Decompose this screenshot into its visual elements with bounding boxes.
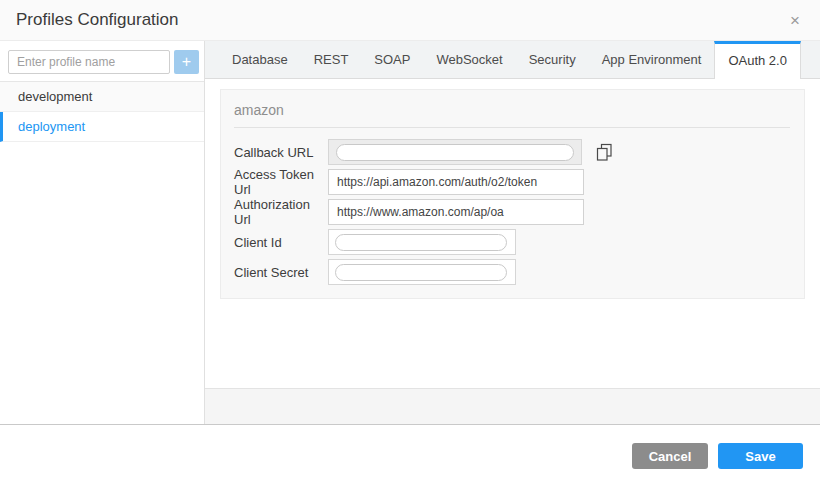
access-token-url-input[interactable]: [328, 169, 584, 195]
tab-database[interactable]: Database: [219, 41, 301, 78]
dialog-title: Profiles Configuration: [16, 10, 179, 30]
sidebar-item-development[interactable]: development: [0, 82, 204, 112]
profiles-configuration-dialog: Profiles Configuration × + development d…: [0, 0, 820, 484]
tab-oauth-2-0[interactable]: OAuth 2.0: [714, 41, 801, 79]
profile-name-input[interactable]: [8, 50, 170, 74]
tab-page-footer-band: [205, 388, 820, 424]
main-panel: Database REST SOAP WebSocket Security Ap…: [205, 41, 820, 424]
add-profile-button[interactable]: +: [174, 50, 199, 74]
settings-tabstrip: Database REST SOAP WebSocket Security Ap…: [205, 41, 820, 79]
tab-security[interactable]: Security: [516, 41, 589, 78]
masked-value: [335, 264, 507, 281]
profiles-sidebar: + development deployment: [0, 41, 205, 424]
tab-rest[interactable]: REST: [301, 41, 362, 78]
dialog-body: + development deployment Database REST S…: [0, 41, 820, 425]
panel-divider: [234, 127, 790, 128]
amazon-oauth-panel: amazon Callback URL: [220, 89, 805, 299]
dialog-header: Profiles Configuration ×: [0, 0, 820, 41]
masked-value: [336, 144, 574, 161]
profile-add-row: +: [0, 41, 204, 82]
tab-soap[interactable]: SOAP: [361, 41, 423, 78]
client-secret-input[interactable]: [328, 259, 516, 285]
save-button[interactable]: Save: [718, 443, 803, 469]
tab-app-environment[interactable]: App Environment: [589, 41, 715, 78]
client-id-row: Client Id: [234, 229, 790, 255]
authorization-url-row: Authorization Url: [234, 199, 790, 225]
client-id-input[interactable]: [328, 229, 516, 255]
close-icon[interactable]: ×: [786, 10, 804, 31]
panel-title: amazon: [234, 102, 790, 118]
dialog-footer: Cancel Save: [0, 425, 820, 484]
client-secret-label: Client Secret: [234, 265, 328, 280]
sidebar-item-deployment[interactable]: deployment: [0, 112, 204, 142]
masked-value: [335, 234, 507, 251]
callback-url-label: Callback URL: [234, 145, 328, 160]
authorization-url-label: Authorization Url: [234, 197, 328, 227]
copy-icon[interactable]: [595, 143, 614, 162]
callback-url-input: [328, 139, 582, 165]
client-secret-row: Client Secret: [234, 259, 790, 285]
access-token-url-label: Access Token Url: [234, 167, 328, 197]
callback-url-row: Callback URL: [234, 139, 790, 165]
client-id-label: Client Id: [234, 235, 328, 250]
cancel-button[interactable]: Cancel: [632, 443, 708, 469]
authorization-url-input[interactable]: [328, 199, 584, 225]
tab-websocket[interactable]: WebSocket: [423, 41, 515, 78]
oauth-tab-content: amazon Callback URL: [205, 79, 820, 388]
access-token-url-row: Access Token Url: [234, 169, 790, 195]
